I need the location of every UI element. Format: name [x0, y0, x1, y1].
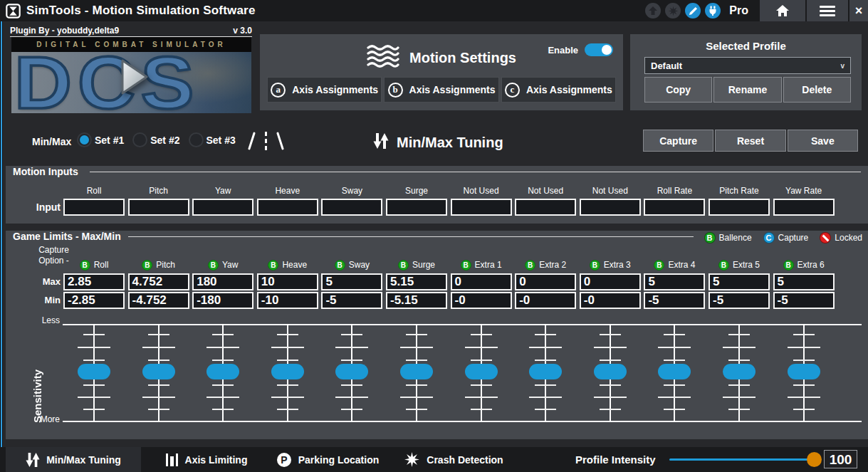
motion-input-field[interactable]: [386, 199, 447, 216]
slider-tick: [594, 397, 627, 398]
plugin-icon[interactable]: [705, 3, 721, 19]
sensitivity-slider-handle[interactable]: [594, 364, 627, 379]
input-col-label: Sway: [321, 186, 382, 196]
sensitivity-slider-handle[interactable]: [658, 364, 691, 379]
max-value-field[interactable]: 5.15: [386, 273, 447, 290]
min-value-field[interactable]: -2.85: [63, 292, 125, 309]
game-image[interactable]: DIGITAL COMBAT SIMULATOR DCS: [11, 37, 251, 113]
axis-assignments-button-a[interactable]: aAxis Assignments: [267, 77, 382, 103]
max-value-field[interactable]: 180: [192, 273, 253, 290]
max-value-field[interactable]: 5: [644, 273, 705, 290]
motion-input-field[interactable]: [451, 199, 512, 216]
slider-tick: [664, 360, 685, 361]
tab-axis-limiting[interactable]: Axis Limiting: [152, 447, 259, 472]
min-value-field[interactable]: -5: [773, 292, 835, 309]
profile-dropdown[interactable]: Default v: [644, 57, 851, 74]
limit-col-header: BSurge: [386, 259, 447, 271]
set-radio-3[interactable]: Set #3: [190, 134, 236, 146]
sensitivity-axis-label: Sensitivity: [31, 323, 43, 423]
sensitivity-slider-handle[interactable]: [142, 364, 175, 379]
axis-assignments-button-c[interactable]: cAxis Assignments: [501, 77, 616, 103]
motion-input-field[interactable]: [773, 199, 835, 216]
close-button[interactable]: ×: [849, 0, 868, 21]
motion-input-field[interactable]: [708, 199, 770, 216]
capture-button[interactable]: Capture: [643, 130, 713, 152]
sensitivity-slider-10: [658, 324, 691, 421]
sensitivity-slider-12: [788, 324, 820, 421]
crash-status-icon[interactable]: [665, 3, 681, 19]
sensitivity-slider-handle[interactable]: [400, 364, 433, 379]
motion-input-field[interactable]: [580, 199, 641, 216]
axis-assignments-label: Axis Assignments: [526, 84, 612, 95]
max-value-field[interactable]: 5: [773, 273, 835, 290]
tab-crash-detection[interactable]: Crash Detection: [393, 447, 514, 472]
slope-up-icon[interactable]: [248, 132, 256, 150]
sensitivity-slider-handle[interactable]: [78, 364, 110, 379]
motion-input-field[interactable]: [192, 199, 253, 216]
motion-input-field[interactable]: [128, 199, 189, 216]
sensitivity-slider-6: [400, 324, 433, 421]
enable-toggle[interactable]: [585, 43, 613, 56]
motion-input-field[interactable]: [321, 199, 382, 216]
slider-tick: [142, 347, 175, 348]
sensitivity-slider-handle[interactable]: [271, 364, 304, 379]
min-value-field[interactable]: -5: [321, 292, 382, 309]
minmax-tuning-title: Min/Max Tuning: [397, 135, 503, 151]
min-value-field[interactable]: -0: [580, 292, 641, 309]
ballence-badge-icon: B: [590, 260, 600, 271]
home-button[interactable]: [760, 0, 805, 21]
axis-assignments-button-b[interactable]: bAxis Assignments: [384, 77, 498, 103]
min-value-field[interactable]: -0: [515, 292, 576, 309]
min-value-field[interactable]: -5: [644, 292, 705, 309]
slider-tick: [400, 347, 433, 348]
enable-label: Enable: [548, 45, 578, 56]
slider-tick: [341, 334, 362, 335]
set-radio-1[interactable]: Set #1: [78, 134, 124, 146]
max-value-field[interactable]: 5: [708, 273, 770, 290]
min-value-field[interactable]: -4.752: [128, 292, 189, 309]
slider-tick: [83, 384, 105, 386]
reset-button[interactable]: Reset: [715, 130, 785, 152]
min-value-field[interactable]: -10: [257, 292, 318, 309]
profile-intensity-slider[interactable]: [669, 458, 817, 461]
motion-input-field[interactable]: [63, 199, 125, 216]
min-value-field[interactable]: -180: [192, 292, 253, 309]
max-value-field[interactable]: 0: [451, 273, 512, 290]
tab-parking-location[interactable]: PParking Location: [267, 447, 388, 472]
profile-intensity-knob[interactable]: [807, 452, 822, 467]
max-value-field[interactable]: 0: [515, 273, 576, 290]
motion-input-field[interactable]: [257, 199, 318, 216]
set-radio-2[interactable]: Set #2: [134, 134, 179, 146]
sensitivity-slider-handle[interactable]: [788, 364, 820, 379]
slope-down-icon[interactable]: [276, 132, 284, 150]
min-value-field[interactable]: -5: [708, 292, 770, 309]
max-value-field[interactable]: 0: [580, 273, 641, 290]
limit-col-header: BExtra 1: [451, 259, 512, 271]
max-value-field[interactable]: 5: [321, 273, 382, 290]
update-icon[interactable]: [645, 3, 661, 19]
sensitivity-slider-handle[interactable]: [335, 364, 368, 379]
sensitivity-slider-handle[interactable]: [529, 364, 562, 379]
motion-input-field[interactable]: [515, 199, 576, 216]
profile-delete-button[interactable]: Delete: [783, 77, 851, 103]
motion-inputs-title: Motion Inputs: [13, 166, 78, 177]
max-value-field[interactable]: 2.85: [63, 273, 125, 290]
motion-input-field[interactable]: [644, 199, 705, 216]
menu-button[interactable]: [807, 0, 848, 21]
min-value-field[interactable]: -0: [451, 292, 512, 309]
max-value-field[interactable]: 10: [257, 273, 318, 290]
min-value-field[interactable]: -5.15: [386, 292, 447, 309]
tab-min-max-tuning[interactable]: Min/Max Tuning: [6, 447, 141, 472]
profile-copy-button[interactable]: Copy: [644, 77, 712, 103]
sensitivity-slider-handle[interactable]: [465, 364, 498, 379]
max-value-field[interactable]: 4.752: [128, 273, 189, 290]
sensitivity-slider-handle[interactable]: [723, 364, 755, 379]
sensitivity-slider-handle[interactable]: [206, 364, 239, 379]
limit-col-header: BExtra 6: [773, 259, 835, 271]
dashed-line-icon[interactable]: [265, 132, 267, 150]
profile-rename-button[interactable]: Rename: [713, 77, 781, 103]
play-button-icon[interactable]: [107, 52, 157, 105]
edit-icon[interactable]: [685, 3, 701, 19]
save-button[interactable]: Save: [788, 130, 858, 152]
sensitivity-slider-2: [142, 324, 175, 421]
